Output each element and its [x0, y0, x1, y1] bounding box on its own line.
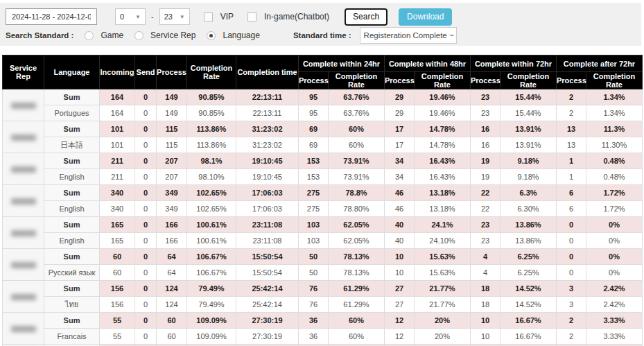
table-cell: 19.46%	[415, 105, 471, 121]
table-cell: 23:11:08	[236, 217, 299, 233]
table-cell: 73.91%	[329, 153, 385, 169]
radio-game[interactable]	[85, 31, 94, 40]
hour-to-value: 23	[164, 12, 173, 21]
table-cell: 76	[299, 297, 329, 313]
language-cell: ไทย	[44, 297, 100, 313]
table-cell: 63.76%	[329, 105, 385, 121]
group-header-24hr: Complete within 24hr	[299, 55, 385, 72]
chevron-down-icon: ▼	[135, 14, 141, 20]
table-cell: 69	[299, 137, 329, 153]
table-cell: 6	[557, 201, 586, 217]
table-cell: 13.18%	[415, 185, 471, 201]
table-row-language: English211020798.10%19:10:4515373.91%341…	[3, 169, 643, 185]
redacted-service-rep	[11, 166, 36, 173]
language-cell: English	[44, 169, 100, 185]
table-cell: 20%	[415, 313, 471, 329]
table-cell: 16.43%	[415, 153, 471, 169]
table-cell: 17:06:03	[236, 201, 299, 217]
table-cell: 10	[471, 313, 501, 329]
standard-time-label: Standard time :	[293, 31, 351, 40]
table-cell: 0	[135, 137, 157, 153]
hour-from-select[interactable]: 0 ▼	[115, 8, 146, 25]
sub-header-process-48: Process	[385, 72, 415, 89]
table-cell: 21.77%	[415, 297, 471, 313]
table-cell: 1.34%	[586, 89, 643, 105]
report-table: Service Rep Language Incoming Send Proce…	[2, 55, 643, 346]
table-cell: 19.46%	[415, 89, 471, 105]
table-cell: 124	[157, 281, 187, 297]
table-cell: 62.05%	[329, 233, 385, 249]
table-cell: 9.18%	[501, 153, 557, 169]
table-cell: 0	[557, 217, 586, 233]
table-cell: 109.09%	[187, 329, 236, 345]
table-row-sum: Sum3400349102.65%17:06:0327578.8%4613.18…	[3, 185, 643, 201]
table-cell: 6.25%	[501, 249, 557, 265]
table-cell: 31:23:02	[236, 137, 299, 153]
table-row-sum: Sum156012479.49%25:42:147661.29%2721.77%…	[3, 281, 643, 297]
sub-header-process-24: Process	[299, 72, 329, 89]
table-cell: 61.29%	[329, 281, 385, 297]
service-rep-cell	[3, 313, 44, 345]
table-cell: 102.65%	[187, 201, 236, 217]
sub-header-rate-48: Completion Rate	[415, 72, 471, 89]
table-cell: 0%	[586, 233, 643, 249]
table-cell: 16.67%	[501, 329, 557, 345]
vip-checkbox[interactable]	[204, 12, 213, 21]
table-cell: 109.09%	[187, 313, 236, 329]
hour-to-select[interactable]: 23 ▼	[159, 8, 190, 25]
table-cell: 166	[157, 217, 187, 233]
language-cell: Sum	[44, 217, 100, 233]
table-cell: 0	[135, 297, 157, 313]
ingame-checkbox[interactable]	[247, 12, 256, 21]
table-cell: 29	[385, 89, 415, 105]
table-cell: 0.48%	[586, 169, 643, 185]
table-cell: 149	[157, 105, 187, 121]
table-cell: 31:23:02	[236, 121, 299, 137]
download-button[interactable]: Download	[399, 8, 452, 26]
table-cell: 12	[385, 313, 415, 329]
table-cell: 60%	[329, 137, 385, 153]
standard-time-select[interactable]: Registeration Complete ~ Cer	[360, 27, 457, 44]
table-cell: 103	[299, 233, 329, 249]
chevron-down-icon: ▼	[180, 14, 185, 20]
table-cell: 78.8%	[329, 185, 385, 201]
table-cell: 16.43%	[415, 169, 471, 185]
redacted-service-rep	[11, 262, 36, 268]
table-row-language: English1650166100.61%23:11:0810362.05%40…	[3, 233, 643, 249]
vip-label: VIP	[220, 12, 234, 21]
table-cell: 50	[299, 265, 329, 281]
table-cell: 156	[100, 281, 135, 297]
table-cell: 15.44%	[501, 89, 557, 105]
table-cell: 18	[471, 297, 501, 313]
table-row-language: 日本語1010115113.86%31:23:026960%1714.78%16…	[3, 137, 643, 153]
radio-language[interactable]	[207, 31, 216, 40]
table-cell: 3.33%	[586, 313, 643, 329]
date-range-input[interactable]	[6, 8, 97, 25]
table-row-language: Portugues164014990.85%22:13:119563.76%29…	[3, 105, 643, 121]
table-cell: 64	[157, 249, 187, 265]
table-cell: 73.91%	[329, 169, 385, 185]
table-cell: 1.72%	[586, 201, 643, 217]
table-cell: 101	[100, 121, 135, 137]
table-cell: 6.25%	[501, 265, 557, 281]
language-cell: Sum	[44, 281, 100, 297]
table-cell: 0%	[586, 217, 643, 233]
search-button[interactable]: Search	[345, 8, 388, 26]
radio-service-rep[interactable]	[134, 31, 143, 40]
table-cell: 50	[299, 249, 329, 265]
table-cell: 0%	[586, 249, 643, 265]
table-cell: 11.30%	[586, 137, 643, 153]
language-cell: Sum	[44, 89, 100, 105]
table-row-language: ไทย156012479.49%25:42:147661.29%2721.77%…	[3, 297, 643, 313]
table-cell: 15:50:54	[236, 249, 299, 265]
table-cell: 103	[299, 217, 329, 233]
table-cell: 22	[471, 185, 501, 201]
table-row-sum: Sum1650166100.61%23:11:0810362.05%4024.1…	[3, 217, 643, 233]
table-cell: 0	[557, 265, 586, 281]
sub-header-process-after-72: Process	[557, 72, 586, 89]
table-cell: 16.67%	[501, 313, 557, 329]
table-cell: 22:13:11	[236, 89, 299, 105]
table-row-sum: Sum60064106.67%15:50:545078.13%1015.63%4…	[3, 249, 643, 265]
table-cell: 0	[135, 329, 157, 345]
table-cell: 15.63%	[415, 265, 471, 281]
